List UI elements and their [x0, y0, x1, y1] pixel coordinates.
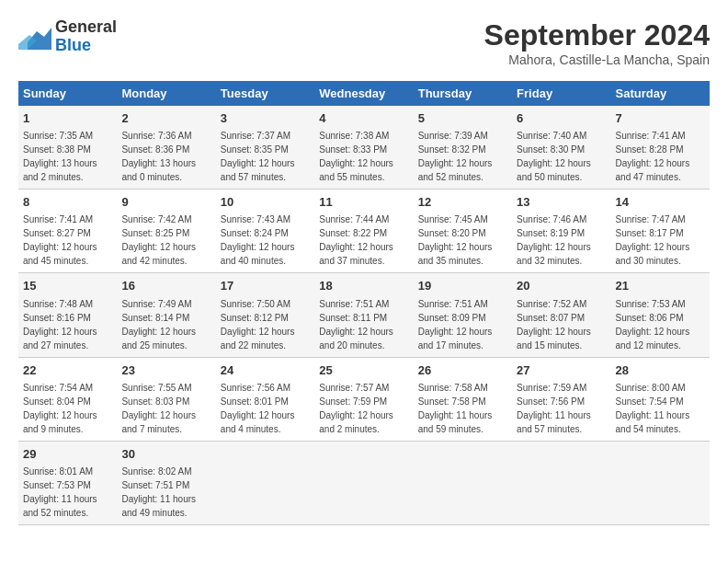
calendar-day-cell: 8Sunrise: 7:41 AM Sunset: 8:27 PM Daylig… — [18, 190, 117, 273]
logo-icon — [18, 24, 51, 50]
day-number: 22 — [23, 362, 112, 379]
day-number: 4 — [319, 110, 408, 127]
calendar-day-cell: 10Sunrise: 7:43 AM Sunset: 8:24 PM Dayli… — [216, 190, 314, 273]
day-number: 17 — [221, 278, 310, 294]
calendar-week-row: 22Sunrise: 7:54 AM Sunset: 8:04 PM Dayli… — [18, 357, 710, 441]
calendar-day-cell: 14Sunrise: 7:47 AM Sunset: 8:17 PM Dayli… — [611, 190, 710, 273]
calendar-day-cell: 18Sunrise: 7:51 AM Sunset: 8:11 PM Dayli… — [314, 273, 413, 357]
calendar-day-cell: 20Sunrise: 7:52 AM Sunset: 8:07 PM Dayli… — [512, 273, 610, 357]
day-info: Sunrise: 7:54 AM Sunset: 8:04 PM Dayligh… — [23, 383, 97, 434]
calendar-day-cell: 26Sunrise: 7:58 AM Sunset: 7:58 PM Dayli… — [414, 357, 512, 441]
day-info: Sunrise: 7:39 AM Sunset: 8:32 PM Dayligh… — [418, 131, 493, 182]
day-info: Sunrise: 7:40 AM Sunset: 8:30 PM Dayligh… — [517, 131, 591, 182]
day-number: 5 — [418, 110, 507, 127]
calendar-day-cell: 11Sunrise: 7:44 AM Sunset: 8:22 PM Dayli… — [314, 190, 413, 273]
day-info: Sunrise: 7:41 AM Sunset: 8:28 PM Dayligh… — [616, 131, 690, 182]
day-info: Sunrise: 7:49 AM Sunset: 8:14 PM Dayligh… — [121, 299, 196, 350]
weekday-header-row: SundayMondayTuesdayWednesdayThursdayFrid… — [18, 81, 710, 106]
day-info: Sunrise: 7:45 AM Sunset: 8:20 PM Dayligh… — [418, 214, 493, 266]
location-subtitle: Mahora, Castille-La Mancha, Spain — [484, 52, 710, 67]
day-number: 21 — [616, 278, 705, 294]
day-info: Sunrise: 7:42 AM Sunset: 8:25 PM Dayligh… — [121, 214, 196, 266]
day-number: 9 — [121, 194, 210, 211]
day-number: 6 — [517, 110, 606, 127]
weekday-header-cell: Friday — [512, 81, 610, 106]
calendar-body: 1Sunrise: 7:35 AM Sunset: 8:38 PM Daylig… — [18, 106, 710, 524]
calendar-day-cell: 13Sunrise: 7:46 AM Sunset: 8:19 PM Dayli… — [512, 190, 610, 273]
day-number: 13 — [517, 194, 606, 211]
weekday-header-cell: Monday — [117, 81, 215, 106]
weekday-header-cell: Tuesday — [216, 81, 314, 106]
calendar-day-cell: 4Sunrise: 7:38 AM Sunset: 8:33 PM Daylig… — [314, 106, 413, 190]
calendar-table: SundayMondayTuesdayWednesdayThursdayFrid… — [18, 81, 710, 525]
day-info: Sunrise: 7:51 AM Sunset: 8:09 PM Dayligh… — [418, 299, 493, 350]
day-number: 18 — [319, 278, 408, 294]
calendar-day-cell — [414, 441, 512, 524]
day-info: Sunrise: 8:02 AM Sunset: 7:51 PM Dayligh… — [121, 466, 196, 518]
calendar-day-cell: 1Sunrise: 7:35 AM Sunset: 8:38 PM Daylig… — [18, 106, 117, 190]
day-info: Sunrise: 7:59 AM Sunset: 7:56 PM Dayligh… — [517, 383, 591, 434]
day-info: Sunrise: 7:47 AM Sunset: 8:17 PM Dayligh… — [616, 214, 690, 266]
weekday-header-cell: Saturday — [611, 81, 710, 106]
day-number: 27 — [517, 362, 606, 379]
day-number: 30 — [121, 446, 210, 463]
calendar-day-cell: 7Sunrise: 7:41 AM Sunset: 8:28 PM Daylig… — [611, 106, 710, 190]
calendar-day-cell: 6Sunrise: 7:40 AM Sunset: 8:30 PM Daylig… — [512, 106, 610, 190]
day-number: 23 — [121, 362, 210, 379]
logo-text-line1: General — [55, 18, 117, 37]
day-info: Sunrise: 7:35 AM Sunset: 8:38 PM Dayligh… — [23, 131, 97, 182]
calendar-day-cell: 2Sunrise: 7:36 AM Sunset: 8:36 PM Daylig… — [117, 106, 215, 190]
day-info: Sunrise: 7:48 AM Sunset: 8:16 PM Dayligh… — [23, 299, 97, 350]
day-number: 12 — [418, 194, 507, 211]
day-info: Sunrise: 7:44 AM Sunset: 8:22 PM Dayligh… — [319, 214, 393, 266]
day-info: Sunrise: 7:53 AM Sunset: 8:06 PM Dayligh… — [616, 299, 690, 350]
day-info: Sunrise: 8:01 AM Sunset: 7:53 PM Dayligh… — [23, 466, 97, 518]
calendar-week-row: 15Sunrise: 7:48 AM Sunset: 8:16 PM Dayli… — [18, 273, 710, 357]
calendar-day-cell: 19Sunrise: 7:51 AM Sunset: 8:09 PM Dayli… — [414, 273, 512, 357]
calendar-day-cell: 29Sunrise: 8:01 AM Sunset: 7:53 PM Dayli… — [18, 441, 117, 524]
day-info: Sunrise: 7:37 AM Sunset: 8:35 PM Dayligh… — [221, 131, 295, 182]
calendar-day-cell: 27Sunrise: 7:59 AM Sunset: 7:56 PM Dayli… — [512, 357, 610, 441]
day-number: 19 — [418, 278, 507, 294]
calendar-day-cell: 3Sunrise: 7:37 AM Sunset: 8:35 PM Daylig… — [216, 106, 314, 190]
day-info: Sunrise: 7:52 AM Sunset: 8:07 PM Dayligh… — [517, 299, 591, 350]
calendar-day-cell: 23Sunrise: 7:55 AM Sunset: 8:03 PM Dayli… — [117, 357, 215, 441]
calendar-day-cell — [611, 441, 710, 524]
calendar-day-cell — [216, 441, 314, 524]
day-info: Sunrise: 7:56 AM Sunset: 8:01 PM Dayligh… — [221, 383, 295, 434]
title-block: September 2024 Mahora, Castille-La Manch… — [484, 18, 710, 67]
calendar-day-cell: 28Sunrise: 8:00 AM Sunset: 7:54 PM Dayli… — [611, 357, 710, 441]
day-info: Sunrise: 7:55 AM Sunset: 8:03 PM Dayligh… — [121, 383, 196, 434]
day-number: 16 — [121, 278, 210, 294]
day-number: 25 — [319, 362, 408, 379]
calendar-day-cell: 5Sunrise: 7:39 AM Sunset: 8:32 PM Daylig… — [414, 106, 512, 190]
calendar-day-cell: 9Sunrise: 7:42 AM Sunset: 8:25 PM Daylig… — [117, 190, 215, 273]
calendar-day-cell: 16Sunrise: 7:49 AM Sunset: 8:14 PM Dayli… — [117, 273, 215, 357]
day-info: Sunrise: 7:57 AM Sunset: 7:59 PM Dayligh… — [319, 383, 393, 434]
day-number: 28 — [616, 362, 705, 379]
day-number: 11 — [319, 194, 408, 211]
day-number: 29 — [23, 446, 112, 463]
day-number: 15 — [23, 278, 112, 294]
calendar-week-row: 29Sunrise: 8:01 AM Sunset: 7:53 PM Dayli… — [18, 441, 710, 524]
calendar-day-cell — [314, 441, 413, 524]
calendar-day-cell — [512, 441, 610, 524]
day-info: Sunrise: 7:41 AM Sunset: 8:27 PM Dayligh… — [23, 214, 97, 266]
calendar-day-cell: 17Sunrise: 7:50 AM Sunset: 8:12 PM Dayli… — [216, 273, 314, 357]
day-number: 7 — [616, 110, 705, 127]
calendar-day-cell: 21Sunrise: 7:53 AM Sunset: 8:06 PM Dayli… — [611, 273, 710, 357]
calendar-day-cell: 15Sunrise: 7:48 AM Sunset: 8:16 PM Dayli… — [18, 273, 117, 357]
weekday-header-cell: Thursday — [414, 81, 512, 106]
day-info: Sunrise: 7:51 AM Sunset: 8:11 PM Dayligh… — [319, 299, 393, 350]
calendar-day-cell: 24Sunrise: 7:56 AM Sunset: 8:01 PM Dayli… — [216, 357, 314, 441]
logo-text-line2: Blue — [55, 37, 117, 55]
header: General Blue September 2024 Mahora, Cast… — [18, 18, 710, 67]
calendar-day-cell: 30Sunrise: 8:02 AM Sunset: 7:51 PM Dayli… — [117, 441, 215, 524]
day-number: 8 — [23, 194, 112, 211]
day-number: 26 — [418, 362, 507, 379]
day-info: Sunrise: 8:00 AM Sunset: 7:54 PM Dayligh… — [616, 383, 690, 434]
day-info: Sunrise: 7:43 AM Sunset: 8:24 PM Dayligh… — [221, 214, 295, 266]
day-info: Sunrise: 7:50 AM Sunset: 8:12 PM Dayligh… — [221, 299, 295, 350]
month-title: September 2024 — [484, 18, 710, 52]
day-number: 20 — [517, 278, 606, 294]
